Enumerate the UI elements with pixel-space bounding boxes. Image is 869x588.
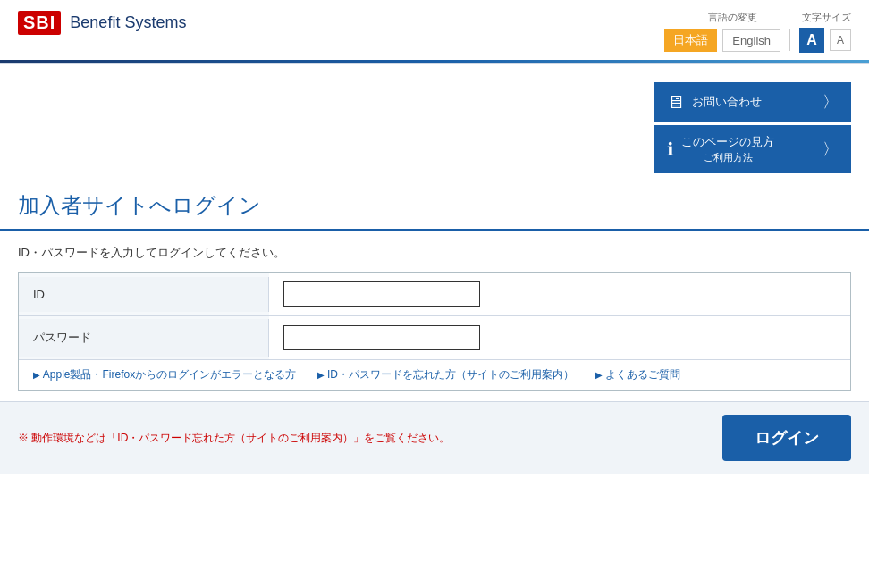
guide-button[interactable]: ℹ このページの見方 ご利用方法 〉 [654,125,851,173]
labels-row: 言語の変更 文字サイズ [708,11,851,24]
password-input-cell [269,316,850,359]
id-input-cell [269,273,850,315]
form-description: ID・パスワードを入力してログインしてください。 [18,245,851,261]
guide-label: このページの見方 [681,135,774,148]
login-button[interactable]: ログイン [722,415,851,461]
password-row: パスワード [19,316,850,360]
password-input[interactable] [283,325,480,350]
right-buttons: 🖥 お問い合わせ 〉 ℹ このページの見方 ご利用方法 〉 [654,82,851,173]
guide-label-group: このページの見方 ご利用方法 [681,134,774,164]
password-label: パスワード [19,319,269,357]
logo-area: SBI Benefit Systems [18,11,186,35]
header: SBI Benefit Systems 言語の変更 文字サイズ 日本語 Engl… [0,0,869,60]
bottom-bar: ※ 動作環境などは「ID・パスワード忘れた方（サイトのご利用案内）」をご覧くださ… [0,401,869,474]
lang-label: 言語の変更 [708,11,757,24]
sbi-logo: SBI [18,11,61,35]
forgot-password-link[interactable]: ID・パスワードを忘れた方（サイトのご利用案内） [317,367,574,382]
english-lang-button[interactable]: English [722,29,780,52]
controls-row: 日本語 English A A [664,28,851,53]
contact-arrow-icon: 〉 [823,91,839,113]
info-icon: ℹ [667,139,674,160]
page-title: 加入者サイトへログイン [0,173,869,231]
bottom-notice: ※ 動作環境などは「ID・パスワード忘れた方（サイトのご利用案内）」をご覧くださ… [18,431,450,446]
login-form-box: ID パスワード Apple製品・Firefoxからのログインがエラーとなる方 … [18,272,851,391]
id-row: ID [19,273,850,316]
form-area: ID・パスワードを入力してログインしてください。 ID パスワード Apple製… [0,245,869,391]
sub-border [0,63,869,64]
apple-firefox-link[interactable]: Apple製品・Firefoxからのログインがエラーとなる方 [33,367,296,382]
guide-sublabel: ご利用方法 [704,152,753,163]
guide-arrow-icon: 〉 [823,139,839,160]
size-label: 文字サイズ [802,11,851,24]
id-label: ID [19,277,269,312]
monitor-icon: 🖥 [667,92,685,113]
contact-label: お問い合わせ [692,94,762,110]
lang-size-controls: 言語の変更 文字サイズ 日本語 English A A [664,11,851,53]
id-input[interactable] [283,281,480,307]
contact-button[interactable]: 🖥 お問い合わせ 〉 [654,82,851,122]
divider [789,29,790,51]
form-links: Apple製品・Firefoxからのログインがエラーとなる方 ID・パスワードを… [19,360,850,390]
japanese-lang-button[interactable]: 日本語 [664,29,717,52]
company-name: Benefit Systems [70,13,186,32]
font-small-button[interactable]: A [830,29,851,51]
faq-link[interactable]: よくあるご質問 [595,367,680,382]
font-large-button[interactable]: A [799,28,824,53]
